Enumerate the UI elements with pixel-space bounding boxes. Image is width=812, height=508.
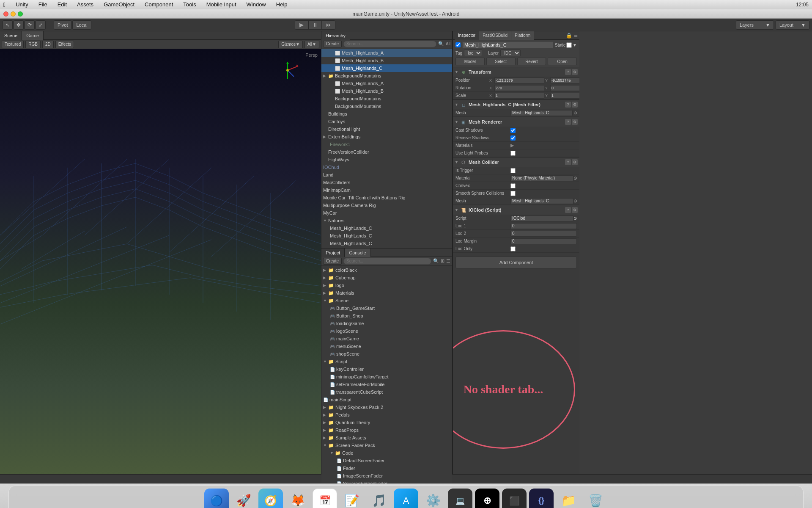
static-dropdown-icon[interactable]: ▼ [573, 43, 577, 47]
materials-arrow-icon[interactable]: ▶ [510, 143, 514, 148]
list-item[interactable]: ⬜ Mesh_Highlands_C [321, 64, 452, 72]
list-item[interactable]: 🎮 shopScene [321, 350, 452, 358]
tab-hierarchy[interactable]: Hierarchy [321, 31, 350, 40]
list-item[interactable]: Directional light [321, 125, 452, 133]
maximize-button[interactable] [18, 11, 23, 17]
model-btn[interactable]: Model [455, 58, 485, 65]
list-item[interactable]: 🎮 mainGame [321, 335, 452, 342]
list-item[interactable]: Mesh_HighLands_C [321, 240, 452, 247]
list-item[interactable]: CarToys [321, 118, 452, 125]
list-item[interactable]: Multipurpose Camera Rig [321, 202, 452, 209]
list-item[interactable]: 🎮 loadingGame [321, 320, 452, 327]
tag-select[interactable]: loc [464, 50, 482, 56]
position-x-input[interactable] [494, 77, 544, 83]
list-item[interactable]: 📄 keyController [321, 365, 452, 373]
traffic-lights[interactable] [3, 11, 23, 17]
list-item[interactable]: 🎮 menuScene [321, 342, 452, 350]
hierarchy-create-btn[interactable]: Create [323, 41, 342, 47]
list-item[interactable]: Buildings [321, 110, 452, 118]
dock-calendar[interactable]: 📅 [313, 489, 337, 508]
list-item[interactable]: BackgroundMountains [321, 102, 452, 110]
mesh-collider-header[interactable]: ▼ ⬡ Mesh Collider ? ⚙ [453, 157, 579, 167]
grid-view-icon[interactable]: ⊞ [441, 258, 444, 264]
project-search-input[interactable] [343, 258, 431, 265]
list-item[interactable]: ⬜ Mesh_HighLands_B [321, 57, 452, 64]
project-create-btn[interactable]: Create [323, 258, 342, 265]
component-settings-btn[interactable]: ⚙ [572, 102, 578, 108]
dock-safari[interactable]: 🧭 [258, 489, 283, 508]
is-trigger-checkbox[interactable] [510, 168, 516, 173]
list-item[interactable]: FreeVersionCollider [321, 148, 452, 156]
hand-tool-btn[interactable]: ↖ [3, 20, 13, 30]
component-help-btn[interactable]: ? [565, 159, 571, 165]
dock-finder[interactable]: 🔵 [204, 489, 229, 508]
select-btn[interactable]: Select [486, 58, 516, 65]
list-item[interactable]: 📄 transparentCubeScript [321, 388, 452, 396]
pause-btn[interactable]: ⏸ [308, 20, 322, 30]
effects-btn[interactable]: Effects [55, 41, 74, 48]
list-item[interactable]: ▶ 📁 RoadProps [321, 426, 452, 434]
layout-dropdown[interactable]: Layout ▼ [776, 20, 809, 30]
list-item[interactable]: ▶ 📁 Pedals [321, 411, 452, 419]
gizmos-btn[interactable]: Gizmos ▼ [278, 41, 303, 48]
play-btn[interactable]: ▶ [295, 20, 308, 30]
menu-help[interactable]: Help [274, 1, 289, 8]
dock-files[interactable]: 📁 [556, 489, 581, 508]
dock-unity[interactable]: ⊕ [475, 489, 499, 508]
tab-console[interactable]: Console [345, 248, 370, 257]
menu-icon[interactable]: ☰ [574, 33, 578, 38]
list-item[interactable]: 📄 DefaultScreenFader [321, 457, 452, 464]
menu-unity[interactable]: Unity [14, 1, 30, 8]
local-btn[interactable]: Local [72, 20, 91, 30]
list-item[interactable]: ▼ 📁 Code [321, 449, 452, 457]
list-item[interactable]: ⬜ Mesh_HighLands_A [321, 80, 452, 87]
scale-tool-btn[interactable]: ⤢ [36, 20, 46, 30]
menu-mobile-input[interactable]: Mobile Input [205, 1, 238, 8]
convex-checkbox[interactable] [510, 183, 516, 188]
rotate-tool-btn[interactable]: ⟳ [25, 20, 35, 30]
dock-system-prefs[interactable]: ⚙️ [421, 489, 445, 508]
pivot-btn[interactable]: Pivot [54, 20, 71, 30]
list-item[interactable]: ▶ 📁 Quantum Theory [321, 419, 452, 426]
component-settings-btn[interactable]: ⚙ [572, 69, 578, 75]
material-select-icon[interactable]: ⊙ [573, 176, 577, 180]
lod1-input[interactable] [510, 223, 577, 229]
script-input[interactable] [510, 215, 573, 221]
menu-component[interactable]: Component [143, 1, 175, 8]
list-item[interactable]: ▼ 📁 Scene [321, 297, 452, 304]
list-item[interactable]: Mesh_HighLands_C [321, 232, 452, 240]
menu-assets[interactable]: Assets [75, 1, 95, 8]
list-item[interactable]: ▶ ExternBuildings [321, 133, 452, 141]
menu-tools[interactable]: Tools [181, 1, 198, 8]
list-item[interactable]: ▶ 📁 Sample Assets [321, 434, 452, 442]
list-item[interactable]: 📄 setFramerateForMobile [321, 381, 452, 388]
minimize-button[interactable] [11, 11, 16, 17]
position-y-input[interactable] [550, 77, 579, 83]
component-help-btn[interactable]: ? [565, 207, 571, 213]
component-help-btn[interactable]: ? [565, 119, 571, 125]
mesh-select-icon[interactable]: ⊙ [573, 110, 577, 115]
hierarchy-search-input[interactable] [343, 41, 436, 47]
menu-gameobject[interactable]: GameObject [102, 1, 136, 8]
list-item[interactable]: 📄 minimapCamfollowTarget [321, 373, 452, 381]
dock-firefox[interactable]: 🦊 [285, 489, 310, 508]
revert-btn[interactable]: Revert [517, 58, 546, 65]
mesh-input[interactable] [510, 110, 573, 116]
all-layers-btn[interactable]: All ▼ [304, 41, 319, 48]
list-item[interactable]: Firework1 [321, 141, 452, 148]
list-item[interactable]: HighWays [321, 156, 452, 163]
dock-stickies[interactable]: 📝 [340, 489, 364, 508]
list-item[interactable]: ▶ 📁 Materials [321, 289, 452, 297]
list-item[interactable]: ▼ 📁 Screen Fader Pack [321, 442, 452, 449]
static-checkbox[interactable] [566, 42, 572, 48]
collider-mesh-select-icon[interactable]: ⊙ [573, 199, 577, 203]
apple-logo-icon[interactable]:  [3, 1, 5, 8]
list-item[interactable]: Land [321, 171, 452, 179]
dock-terminal-2[interactable]: 💻 [448, 489, 472, 508]
collider-mesh-input[interactable] [510, 198, 573, 204]
cast-shadows-checkbox[interactable] [510, 128, 516, 133]
component-help-btn[interactable]: ? [565, 102, 571, 108]
component-help-btn[interactable]: ? [565, 69, 571, 75]
rotation-y-input[interactable] [550, 85, 579, 91]
move-tool-btn[interactable]: ✥ [14, 20, 24, 30]
